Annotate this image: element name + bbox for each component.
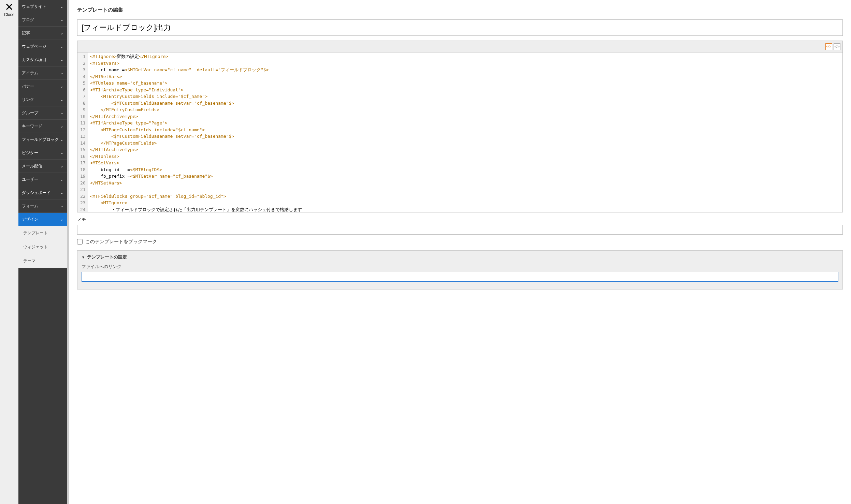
editor-gutter: 1234567891011121314151617181920212223242…	[77, 53, 88, 212]
chevron-down-icon: ⌄	[60, 84, 63, 89]
chevron-down-icon: ⌄	[60, 190, 63, 195]
chevron-down-icon: ⌄	[60, 110, 63, 115]
sidebar-item-11[interactable]: ビジター⌄	[18, 146, 67, 160]
sidebar-item-label: ビジター	[22, 150, 38, 156]
code-editor[interactable]: <∙> </> 12345678910111213141516171819202…	[77, 41, 843, 212]
main-content: テンプレートの編集 <∙> </> 1234567891011121314151…	[69, 0, 851, 504]
editor-code-area[interactable]: <MTIgnore>変数の設定</MTIgnore><MTSetVars> cf…	[88, 53, 842, 212]
memo-label: メモ	[77, 217, 843, 223]
sidebar-item-14[interactable]: ダッシュボード⌄	[18, 186, 67, 199]
bookmark-checkbox[interactable]	[77, 239, 83, 244]
sidebar-item-label: フィールドブロック	[22, 137, 59, 143]
sidebar-item-13[interactable]: ユーザー⌄	[18, 173, 67, 186]
sidebar-item-label: カスタム項目	[22, 57, 46, 63]
bookmark-row[interactable]: このテンプレートをブックマーク	[77, 239, 843, 245]
sidebar-item-12[interactable]: メール配信⌄	[18, 160, 67, 173]
close-label: Close	[4, 12, 15, 17]
close-button[interactable]: Close	[0, 0, 18, 504]
sidebar-item-label: フォーム	[22, 203, 38, 209]
sidebar-subitem-1[interactable]: ウィジェット	[18, 240, 67, 254]
template-name-input[interactable]	[77, 19, 843, 36]
page-title: テンプレートの編集	[77, 7, 843, 13]
sidebar-item-label: バナー	[22, 84, 34, 89]
sidebar-item-16[interactable]: デザイン⌄	[18, 213, 67, 226]
bookmark-label: このテンプレートをブックマーク	[85, 239, 157, 245]
chevron-down-icon: ⌄	[60, 4, 63, 9]
sidebar-item-3[interactable]: ウェブページ⌄	[18, 40, 67, 53]
file-link-input[interactable]	[82, 272, 838, 282]
chevron-down-icon: ⌄	[60, 44, 63, 49]
editor-mode-code-icon[interactable]: <∙>	[825, 43, 832, 50]
chevron-down-icon: ⌄	[60, 97, 63, 102]
sidebar-item-5[interactable]: アイテム⌄	[18, 66, 67, 80]
chevron-down-icon: ⌄	[60, 57, 63, 62]
sidebar: ウェブサイト⌄ブログ⌄記事⌄ウェブページ⌄カスタム項目⌄アイテム⌄バナー⌄リンク…	[18, 0, 69, 504]
sidebar-item-label: ユーザー	[22, 177, 38, 182]
chevron-down-icon: ⌄	[60, 124, 63, 129]
editor-toolbar: <∙> </>	[77, 41, 842, 53]
chevron-down-icon: ⌄	[60, 71, 63, 75]
sidebar-item-15[interactable]: フォーム⌄	[18, 199, 67, 213]
chevron-down-icon: ⌄	[60, 177, 63, 182]
chevron-down-icon: ⌄	[60, 217, 63, 222]
memo-input[interactable]	[77, 225, 843, 235]
sidebar-item-label: ブログ	[22, 17, 34, 23]
sidebar-item-label: アイテム	[22, 70, 38, 76]
sidebar-item-label: ウェブサイト	[22, 4, 46, 10]
close-icon	[5, 3, 13, 11]
chevron-down-icon: ⌄	[60, 204, 63, 208]
editor-mode-source-icon[interactable]: </>	[834, 43, 840, 50]
sidebar-item-label: キーワード	[22, 123, 42, 129]
sidebar-item-10[interactable]: フィールドブロック⌄	[18, 133, 67, 146]
sidebar-item-label: デザイン	[22, 217, 38, 222]
sidebar-item-4[interactable]: カスタム項目⌄	[18, 53, 67, 66]
sidebar-item-6[interactable]: バナー⌄	[18, 80, 67, 93]
sidebar-item-label: ダッシュボード	[22, 190, 51, 196]
sidebar-item-label: グループ	[22, 110, 38, 116]
template-settings-title: テンプレートの設定	[87, 254, 127, 260]
template-settings-toggle[interactable]: ▼ テンプレートの設定	[82, 254, 838, 260]
sidebar-item-8[interactable]: グループ⌄	[18, 106, 67, 120]
sidebar-item-1[interactable]: ブログ⌄	[18, 13, 67, 27]
chevron-down-icon: ⌄	[60, 31, 63, 35]
chevron-down-icon: ⌄	[60, 17, 63, 22]
sidebar-subitem-0[interactable]: テンプレート	[18, 226, 67, 240]
file-link-label: ファイルへのリンク	[82, 264, 838, 270]
chevron-down-icon: ⌄	[60, 150, 63, 155]
caret-down-icon: ▼	[82, 255, 85, 259]
chevron-down-icon: ⌄	[60, 137, 63, 142]
sidebar-item-label: ウェブページ	[22, 44, 46, 49]
sidebar-item-7[interactable]: リンク⌄	[18, 93, 67, 106]
sidebar-item-label: メール配信	[22, 163, 42, 169]
chevron-down-icon: ⌄	[60, 164, 63, 168]
template-settings-panel: ▼ テンプレートの設定 ファイルへのリンク	[77, 250, 843, 290]
sidebar-item-9[interactable]: キーワード⌄	[18, 120, 67, 133]
sidebar-item-label: 記事	[22, 30, 30, 36]
sidebar-item-0[interactable]: ウェブサイト⌄	[18, 0, 67, 13]
sidebar-item-2[interactable]: 記事⌄	[18, 27, 67, 40]
sidebar-item-label: リンク	[22, 97, 34, 103]
sidebar-subitem-2[interactable]: テーマ	[18, 254, 67, 268]
